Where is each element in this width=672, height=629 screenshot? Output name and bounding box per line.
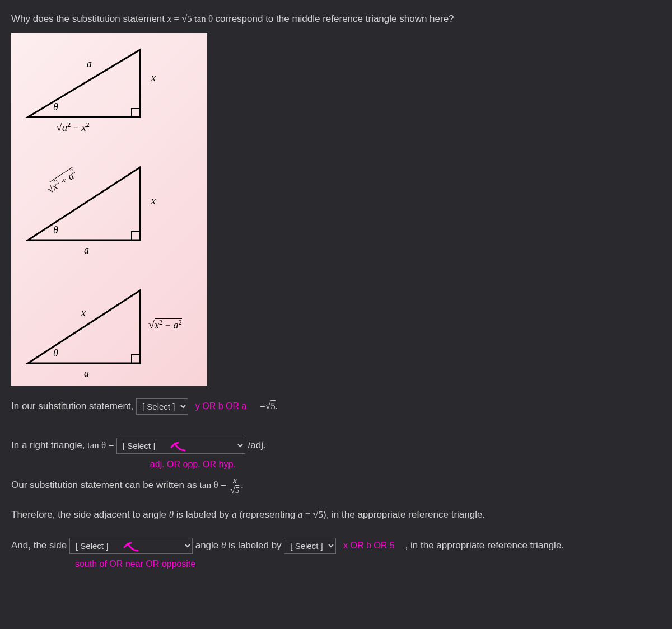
select-side-label[interactable]: [ Select ]: [284, 538, 336, 554]
l2-prefix: In a right triangle,: [11, 440, 87, 450]
t3-hyp-label: x: [81, 307, 86, 319]
t1-opp-label: x: [151, 72, 156, 84]
svg-marker-4: [28, 290, 140, 363]
t2-theta-label: θ: [53, 224, 58, 236]
q-suffix: correspond to the middle reference trian…: [215, 13, 454, 24]
l1-prefix: In our substitution statement,: [11, 401, 136, 411]
t1-theta-label: θ: [53, 101, 58, 113]
select-variable-1[interactable]: [ Select ]: [136, 398, 188, 415]
l5-p1: And, the side: [11, 540, 69, 551]
t3-theta-label: θ: [53, 348, 58, 359]
annotation-3: south of OR near OR opposite: [75, 556, 195, 572]
l1-rhs: =√5.: [260, 401, 278, 411]
q-prefix: Why does the substitution statement: [11, 13, 167, 24]
statement-line-2: In a right triangle, tan θ = [ Select ] …: [11, 437, 661, 454]
statement-line-3: Our substitution statement can be writte…: [11, 476, 661, 495]
annotation-4: x OR b OR 5: [343, 541, 395, 550]
statement-line-5: And, the side [ Select ] south of OR nea…: [11, 537, 661, 555]
annotation-2: adj. OR opp. OR hyp.: [150, 457, 236, 473]
reference-triangles-figure: a x θ √a2 − x2 √x2 + a2 x θ a x √x2 − a2…: [11, 33, 207, 386]
svg-rect-3: [132, 232, 140, 240]
l2-suffix: /adj.: [248, 440, 266, 450]
t3-adj-label: a: [84, 368, 89, 379]
l3-text: Our substitution statement can be writte…: [11, 480, 199, 490]
t1-hyp-label: a: [87, 58, 92, 70]
statement-line-1: In our substitution statement, [ Select …: [11, 397, 661, 415]
question-prompt: Why does the substitution statement x = …: [11, 11, 661, 26]
statement-line-4: Therefore, the side adjacent to angle θ …: [11, 505, 661, 524]
svg-rect-1: [132, 109, 140, 117]
triangle-1: [22, 39, 151, 123]
arrow-icon: [120, 536, 142, 553]
triangle-2: [22, 156, 151, 246]
l3-fraction: x √5: [228, 476, 241, 495]
t2-opp-label: x: [151, 195, 156, 207]
l2-trig: tan θ: [87, 440, 106, 450]
triangle-3: [22, 279, 151, 369]
t3-opp-label: √x2 − a2: [148, 318, 182, 331]
svg-rect-5: [132, 355, 140, 363]
q-equation: x = √5 tan θ: [167, 13, 216, 24]
svg-marker-2: [28, 167, 140, 240]
t1-adj-label: √a2 − x2: [56, 121, 90, 134]
svg-marker-0: [28, 50, 140, 117]
annotation-1: y OR b OR a: [195, 401, 247, 411]
arrow-icon: [167, 436, 189, 453]
t2-adj-label: a: [84, 245, 89, 256]
